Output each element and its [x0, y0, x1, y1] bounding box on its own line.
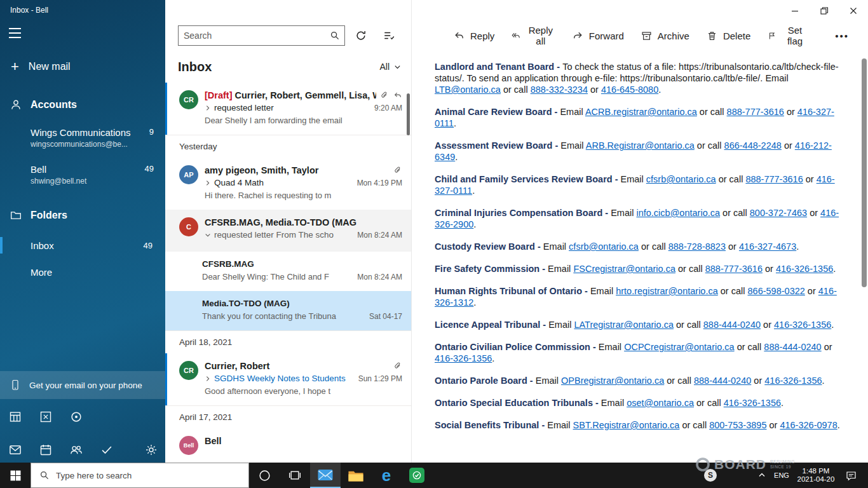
- attachment-icon: [393, 362, 402, 370]
- mail-nav-icon[interactable]: [9, 444, 22, 456]
- message-link[interactable]: 416-645-8080: [601, 85, 658, 95]
- email-list-item[interactable]: CR[Draft] Currier, Robert, Gemmell, Lisa…: [165, 83, 411, 135]
- message-link[interactable]: 800-372-7463: [750, 208, 807, 218]
- action-center-button[interactable]: [839, 470, 863, 481]
- green-app-button[interactable]: [402, 463, 432, 488]
- message-link[interactable]: cfsrb@ontario.ca: [569, 241, 639, 252]
- message-link[interactable]: 888-777-3616: [745, 174, 803, 184]
- minimize-button[interactable]: [780, 0, 810, 21]
- set-flag-button[interactable]: Set flag: [768, 25, 808, 46]
- start-button[interactable]: [0, 463, 31, 488]
- search-input[interactable]: [179, 30, 325, 41]
- taskbar-search-input[interactable]: [56, 471, 248, 480]
- email-list-item[interactable]: APamy pigeon, Smith, TaylorQuad 4 MathMo…: [165, 158, 411, 210]
- message-link[interactable]: 888-444-0240: [764, 342, 821, 352]
- taskbar-search[interactable]: [31, 463, 249, 488]
- message-link[interactable]: 888-777-3616: [727, 107, 784, 117]
- message-link[interactable]: 800-753-3895: [709, 420, 766, 430]
- search-icon[interactable]: [325, 30, 344, 41]
- reading-pane-scrollbar[interactable]: [862, 55, 867, 459]
- email-list-item[interactable]: BellBell: [165, 428, 411, 463]
- x-table-icon[interactable]: [39, 410, 52, 423]
- close-button[interactable]: [839, 0, 868, 21]
- restore-button[interactable]: [810, 0, 839, 21]
- new-mail-label: New mail: [29, 61, 71, 72]
- message-link[interactable]: oset@ontario.ca: [627, 398, 694, 408]
- expand-chevron-icon[interactable]: [205, 376, 211, 382]
- list-scrollbar[interactable]: [407, 93, 410, 135]
- message-link[interactable]: 416-326-1356: [776, 264, 833, 274]
- expand-chevron-icon[interactable]: [205, 180, 211, 186]
- edge-browser-button[interactable]: e: [371, 463, 402, 488]
- task-view-button[interactable]: [280, 463, 310, 488]
- folders-section-header[interactable]: Folders: [0, 205, 165, 226]
- email-list-item[interactable]: CRCurrier, RobertSGDHS Weekly Notes to S…: [165, 353, 411, 405]
- reply-button[interactable]: Reply: [454, 30, 494, 41]
- clock[interactable]: 1:48 PM 2021-04-20: [793, 467, 839, 484]
- selection-mode-button[interactable]: [383, 30, 395, 41]
- sync-button[interactable]: [355, 30, 367, 41]
- new-mail-button[interactable]: + New mail: [0, 56, 165, 78]
- email-list-item[interactable]: CFSRB.MAGDear Shelly Wing: The Child and…: [165, 252, 411, 291]
- message-link[interactable]: LATregistrar@ontario.ca: [574, 320, 674, 330]
- accounts-section-header[interactable]: Accounts: [0, 94, 165, 116]
- taskbar-mail-button[interactable]: [310, 463, 341, 488]
- reply-all-button[interactable]: Reply all: [512, 25, 555, 46]
- email-list-item[interactable]: Media.TO-TDO (MAG)Thank you for contacti…: [165, 291, 411, 330]
- calendar-icon[interactable]: [39, 444, 52, 456]
- unread-indicator: [165, 83, 167, 135]
- message-link[interactable]: 416-326-0978: [780, 420, 837, 430]
- message-text: or call: [718, 286, 748, 296]
- more-options-button[interactable]: •••: [835, 30, 849, 41]
- message-link[interactable]: info.cicb@ontario.ca: [636, 208, 720, 218]
- message-link[interactable]: SBT.Registrar@ontario.ca: [573, 420, 680, 430]
- message-link[interactable]: 416-327-4673: [739, 241, 796, 252]
- message-link[interactable]: ACRB.registrar@ontario.ca: [585, 107, 697, 117]
- message-link[interactable]: 416-326-1356: [435, 353, 492, 363]
- message-link[interactable]: 888-444-0240: [703, 320, 761, 330]
- table-icon[interactable]: [9, 410, 22, 423]
- email-text: amy pigeon, Smith, TaylorQuad 4 MathMon …: [205, 164, 402, 210]
- hidden-icons-chevron[interactable]: [754, 471, 770, 479]
- gear-icon[interactable]: [145, 444, 158, 456]
- message-link[interactable]: 866-448-2248: [724, 140, 782, 151]
- sidebar-item-more[interactable]: More: [0, 262, 165, 282]
- hamburger-menu-button[interactable]: [9, 28, 25, 41]
- message-link[interactable]: 866-598-0322: [748, 286, 805, 296]
- account-bell[interactable]: Bell 49 shwing@bell.net: [0, 164, 165, 186]
- message-link[interactable]: LTB@ontario.ca: [435, 85, 501, 95]
- search-box[interactable]: [178, 25, 345, 46]
- message-link[interactable]: 416-326-1356: [724, 398, 781, 408]
- circle-icon[interactable]: [70, 410, 83, 423]
- expand-chevron-icon[interactable]: [205, 105, 211, 111]
- account-wings-communications[interactable]: Wings Communications 9 wingscommunicatio…: [0, 127, 165, 149]
- message-link[interactable]: FSCregistrar@ontario.ca: [573, 264, 675, 274]
- message-link[interactable]: ARB.Registrar@ontario.ca: [586, 140, 695, 151]
- cortana-button[interactable]: [249, 463, 280, 488]
- scrollbar-thumb[interactable]: [862, 58, 867, 287]
- message-link[interactable]: 416-326-1356: [774, 320, 831, 330]
- message-link[interactable]: cfsrb@ontario.ca: [646, 174, 716, 184]
- message-link[interactable]: 888-444-0240: [694, 376, 751, 386]
- forward-button[interactable]: Forward: [573, 30, 624, 41]
- message-link[interactable]: 416-326-1356: [764, 376, 822, 386]
- people-icon[interactable]: [70, 444, 83, 456]
- message-link[interactable]: hrto.registrar@ontario.ca: [616, 286, 718, 296]
- message-link[interactable]: 888-728-8823: [668, 241, 726, 252]
- sidebar-item-inbox[interactable]: Inbox 49: [0, 235, 165, 255]
- tray-s-icon[interactable]: S: [704, 469, 717, 482]
- todo-check-icon[interactable]: [100, 444, 113, 456]
- collapse-chevron-icon[interactable]: [205, 232, 211, 238]
- message-link[interactable]: OPBregistrar@ontario.ca: [561, 376, 664, 386]
- phone-banner[interactable]: Get your email on your phone: [0, 371, 165, 399]
- message-link[interactable]: OCPCregistrar@ontario.ca: [624, 342, 734, 352]
- archive-button[interactable]: Archive: [641, 30, 689, 41]
- delete-button[interactable]: Delete: [707, 30, 750, 41]
- message-link[interactable]: 888-777-3616: [705, 264, 763, 274]
- message-link[interactable]: 888-332-3234: [531, 85, 588, 95]
- file-explorer-button[interactable]: [341, 463, 371, 488]
- filter-dropdown[interactable]: All: [379, 62, 401, 72]
- email-list-item[interactable]: CCFSRB.MAG, Media.TO-TDO (MAGrequested l…: [165, 210, 411, 252]
- email-subject: requested letter From The scho: [214, 229, 334, 241]
- language-indicator[interactable]: ENG: [770, 471, 793, 479]
